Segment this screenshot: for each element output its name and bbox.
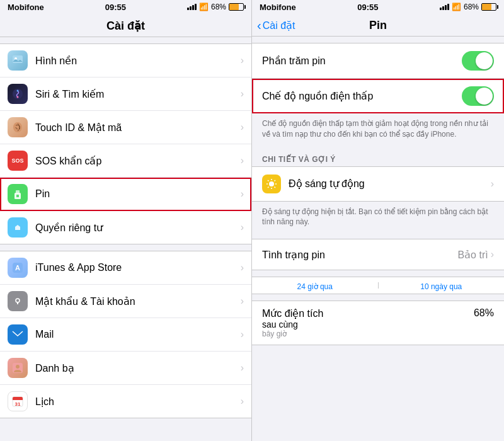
chevron-icon: ›	[241, 329, 244, 340]
sidebar-item-sos[interactable]: SOS SOS khẩn cấp ›	[0, 144, 251, 178]
left-panel: Mobifone 09:55 📶 68% Cài đặt	[0, 0, 252, 441]
tab-10d-label: 10 ngày qua	[420, 282, 462, 291]
chevron-icon: ›	[241, 122, 244, 133]
che-do-toggle[interactable]	[462, 86, 494, 106]
svg-rect-0	[13, 55, 23, 63]
muc-dien-tich-label: Mức điện tích	[262, 307, 323, 319]
spacer-5	[252, 294, 504, 301]
section-header-text: CHI TIẾT VÀ GỢI Ý	[262, 155, 336, 164]
contacts-icon	[8, 358, 28, 378]
muc-dien-tich-labels: Mức điện tích sau cùng bây giờ	[262, 307, 323, 338]
left-battery-area: 📶 68%	[187, 3, 244, 12]
toggle-knob-2	[476, 88, 493, 105]
chevron-icon: ›	[241, 295, 244, 307]
tinh-trang-label: Tình trạng pin	[262, 249, 457, 261]
sos-icon: SOS	[8, 151, 28, 171]
tab-24h[interactable]: 24 giờ qua	[252, 277, 378, 294]
chevron-icon: ›	[241, 88, 244, 100]
sidebar-item-wallpaper[interactable]: Hình nền ›	[0, 44, 251, 77]
password-icon	[8, 291, 28, 311]
left-battery-icon	[229, 3, 244, 11]
settings-group-1: Hình nền › Siri & Tìm kiếm ›	[0, 43, 251, 244]
sidebar-item-wallpaper-label: Hình nền	[35, 55, 241, 67]
tab-buttons: 24 giờ qua 10 ngày qua	[252, 277, 504, 294]
back-button[interactable]: ‹ Cài đặt	[257, 18, 295, 33]
spacer-2	[252, 145, 504, 151]
sidebar-item-mail[interactable]: Mail ›	[0, 318, 251, 352]
muc-dien-tich-sublabel: sau cùng	[262, 319, 323, 329]
tab-10d[interactable]: 10 ngày qua	[379, 277, 505, 294]
section-tinh-trang: Tình trạng pin Bảo trì ›	[252, 239, 504, 270]
wallpaper-icon	[8, 50, 28, 71]
left-wifi-icon: 📶	[199, 3, 209, 11]
svg-line-28	[275, 186, 276, 188]
phan-tram-item[interactable]: Phần trăm pin	[252, 43, 504, 78]
chevron-icon: ›	[241, 262, 244, 273]
sidebar-item-password[interactable]: Mật khẩu & Tài khoản ›	[0, 285, 251, 318]
svg-rect-20	[13, 399, 23, 400]
sidebar-item-siri[interactable]: Siri & Tìm kiếm ›	[0, 77, 251, 111]
do-sang-icon	[262, 175, 281, 193]
sidebar-item-calendar[interactable]: 31 Lịch ›	[0, 385, 251, 418]
muc-dien-tich-value: 68%	[474, 307, 494, 319]
che-do-label: Chế độ nguồn điện thấp	[262, 90, 462, 102]
do-sang-description: Độ sáng tự động hiện bị tắt. Bạn có thể …	[252, 202, 504, 233]
settings-group-2: A iTunes & App Store › Mật khẩu & Tài kh…	[0, 251, 251, 418]
siri-icon	[8, 84, 28, 104]
chevron-icon: ›	[241, 362, 244, 374]
left-title: Cài đặt	[106, 20, 145, 32]
sidebar-item-sos-label: SOS khẩn cấp	[35, 155, 241, 167]
svg-point-17	[16, 365, 20, 369]
tab-bar: 24 giờ qua 10 ngày qua	[252, 277, 504, 294]
right-title: Pin	[369, 19, 387, 32]
sidebar-item-privacy-label: Quyền riêng tư	[35, 222, 241, 234]
svg-rect-12	[13, 296, 23, 306]
svg-rect-7	[16, 190, 20, 193]
sidebar-item-touchid[interactable]: Touch ID & Mật mã ›	[0, 111, 251, 144]
sidebar-item-privacy[interactable]: Quyền riêng tư ›	[0, 211, 251, 244]
right-battery-percent: 68%	[464, 3, 479, 11]
privacy-icon	[8, 217, 28, 238]
pin-icon	[8, 184, 28, 204]
right-time: 09:55	[357, 3, 378, 12]
right-battery-area: 📶 68%	[440, 3, 496, 12]
section-che-do: Chế độ nguồn điện thấp	[252, 79, 504, 113]
phan-tram-toggle[interactable]	[462, 51, 494, 71]
left-carrier: Mobifone	[8, 3, 44, 12]
chevron-icon: ›	[241, 188, 244, 200]
chevron-icon: ›	[491, 249, 494, 260]
tab-24h-label: 24 giờ qua	[297, 282, 333, 291]
right-nav-header: ‹ Cài đặt Pin	[252, 14, 504, 37]
muc-dien-tich-section: Mức điện tích sau cùng bây giờ 68%	[252, 301, 504, 345]
chevron-icon: ›	[241, 55, 244, 66]
left-nav-header: Cài đặt	[0, 14, 251, 37]
do-sang-item[interactable]: Độ sáng tự động ›	[252, 167, 504, 201]
right-panel: Mobifone 09:55 📶 68% ‹ Cài đặt Pin	[252, 0, 504, 441]
tinh-trang-item[interactable]: Tình trạng pin Bảo trì ›	[252, 239, 504, 270]
svg-point-3	[17, 90, 19, 92]
muc-dien-tich-sublabel2: bây giờ	[262, 329, 323, 338]
che-do-item[interactable]: Chế độ nguồn điện thấp	[252, 79, 504, 113]
settings-list: Hình nền › Siri & Tìm kiếm ›	[0, 37, 251, 441]
sidebar-item-pin-label: Pin	[35, 188, 241, 200]
sidebar-item-itunes-label: iTunes & App Store	[35, 262, 241, 273]
che-do-description: Chế độ nguồn điện thấp tạm thời giảm hoạ…	[252, 113, 504, 145]
svg-line-29	[275, 180, 276, 181]
svg-point-4	[17, 96, 19, 98]
spacer-4	[252, 270, 504, 277]
itunes-icon: A	[8, 258, 28, 278]
do-sang-label: Độ sáng tự động	[289, 178, 491, 190]
back-label: Cài đặt	[263, 20, 295, 32]
sidebar-item-pin[interactable]: Pin ›	[0, 178, 251, 211]
svg-line-30	[268, 186, 269, 188]
back-chevron-icon: ‹	[257, 18, 261, 33]
left-battery-percent: 68%	[211, 3, 226, 11]
sidebar-item-contacts[interactable]: Danh bạ ›	[0, 352, 251, 385]
chevron-icon: ›	[241, 222, 244, 233]
svg-text:A: A	[15, 264, 20, 272]
right-carrier: Mobifone	[260, 3, 296, 12]
touchid-icon	[8, 117, 28, 137]
tinh-trang-value: Bảo trì	[457, 249, 488, 261]
sidebar-item-itunes[interactable]: A iTunes & App Store ›	[0, 251, 251, 285]
spacer-1	[252, 37, 504, 43]
